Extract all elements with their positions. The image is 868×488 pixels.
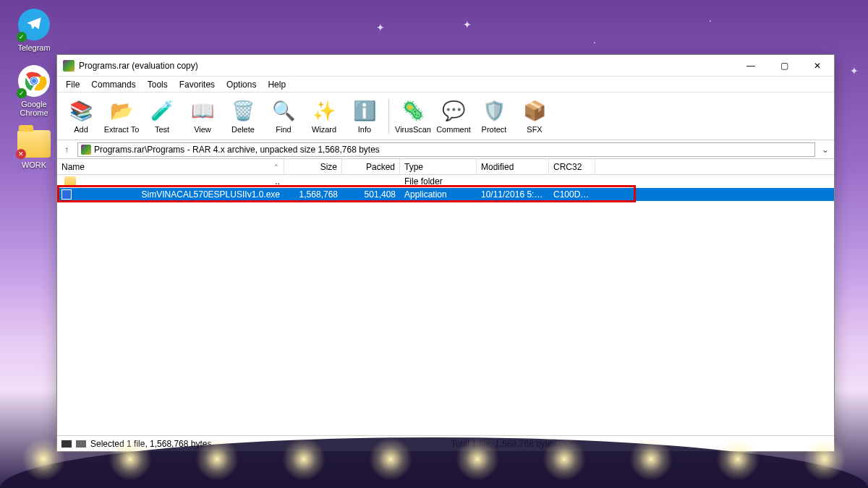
toolbar-label: Test	[155, 125, 169, 134]
desktop-icon-label: Google Chrome	[9, 100, 59, 117]
header-crc32[interactable]: CRC32	[549, 159, 595, 174]
toolbar-wizard-button[interactable]: ✨Wizard	[305, 95, 344, 138]
sync-ok-badge-icon: ✓	[17, 32, 27, 42]
status-icon	[61, 440, 72, 448]
sfx-icon: 📦	[522, 99, 547, 124]
desktop-icon-label: WORK	[22, 160, 46, 169]
toolbar-label: Wizard	[312, 125, 336, 134]
desktop-icon-telegram[interactable]: ✓ Telegram	[9, 9, 59, 52]
file-name: SimVINACAL570ESPLUSIIv1.0.exe	[142, 189, 280, 200]
svg-point-3	[32, 79, 36, 83]
titlebar[interactable]: Programs.rar (evaluation copy) — ▢ ✕	[57, 55, 834, 77]
toolbar-sfx-button[interactable]: 📦SFX	[515, 95, 554, 138]
toolbar-comment-button[interactable]: 💬Comment	[434, 95, 473, 138]
file-size: 1,568,768	[284, 189, 342, 200]
menu-file[interactable]: File	[60, 78, 85, 91]
file-name: ..	[275, 176, 280, 187]
up-one-level-button[interactable]: ↑	[60, 145, 73, 155]
winrar-window: Programs.rar (evaluation copy) — ▢ ✕ Fil…	[56, 54, 835, 452]
folder-up-icon	[64, 176, 76, 187]
status-bar: Selected 1 file, 1,568,768 bytes Total 1…	[57, 435, 834, 451]
file-list[interactable]: .. File folder SimVINACAL570ESPLUSIIv1.0…	[57, 175, 834, 435]
desktop-icon-work-folder[interactable]: ✕ WORK	[9, 130, 59, 169]
virus-icon: 🦠	[401, 99, 425, 124]
path-field[interactable]: Programs.rar\Programs - RAR 4.x archive,…	[77, 142, 815, 157]
sync-ok-badge-icon: ✓	[17, 88, 27, 98]
toolbar-find-button[interactable]: 🔍Find	[264, 95, 303, 138]
toolbar-extract-button[interactable]: 📂Extract To	[102, 95, 141, 138]
toolbar-info-button[interactable]: ℹ️Info	[345, 95, 384, 138]
toolbar-separator	[388, 99, 389, 134]
toolbar-label: Add	[74, 125, 88, 134]
winrar-app-icon	[63, 60, 75, 72]
desktop-icon-chrome[interactable]: ✓ Google Chrome	[9, 65, 59, 117]
window-title: Programs.rar (evaluation copy)	[79, 61, 734, 71]
file-packed: 501,408	[342, 189, 400, 200]
header-packed[interactable]: Packed	[342, 159, 400, 174]
toolbar-label: View	[194, 125, 211, 134]
sort-indicator-icon: ⌃	[273, 163, 279, 171]
toolbar-view-button[interactable]: 📖View	[183, 95, 222, 138]
menubar: File Commands Tools Favorites Options He…	[57, 77, 834, 93]
header-type[interactable]: Type	[400, 159, 477, 174]
close-button[interactable]: ✕	[801, 55, 834, 77]
file-type: Application	[400, 189, 477, 200]
find-icon: 🔍	[271, 99, 296, 124]
toolbar-delete-button[interactable]: 🗑️Delete	[224, 95, 263, 138]
menu-tools[interactable]: Tools	[142, 78, 174, 91]
menu-help[interactable]: Help	[262, 78, 292, 91]
wizard-icon: ✨	[312, 99, 336, 124]
protect-icon: 🛡️	[482, 99, 506, 124]
comment-icon: 💬	[441, 99, 466, 124]
test-icon: 🧪	[150, 99, 174, 124]
path-dropdown-button[interactable]: ⌄	[820, 145, 831, 155]
file-row[interactable]: SimVINACAL570ESPLUSIIv1.0.exe 1,568,768 …	[57, 188, 834, 201]
toolbar-label: SFX	[527, 125, 542, 134]
desktop-icons-column: ✓ Telegram ✓ Google Chrome ✕ WORK	[9, 9, 59, 182]
status-selected-text: Selected 1 file, 1,568,768 bytes	[90, 439, 211, 449]
toolbar-protect-button[interactable]: 🛡️Protect	[475, 95, 514, 138]
toolbar-label: Comment	[436, 125, 471, 134]
path-text: Programs.rar\Programs - RAR 4.x archive,…	[94, 145, 380, 155]
menu-options[interactable]: Options	[221, 78, 262, 91]
parent-folder-row[interactable]: .. File folder	[57, 175, 834, 188]
file-modified: 10/11/2016 5:1...	[477, 189, 549, 200]
sync-error-badge-icon: ✕	[16, 149, 26, 159]
toolbar: 📚Add 📂Extract To 🧪Test 📖View 🗑️Delete 🔍F…	[57, 93, 834, 140]
toolbar-label: Delete	[231, 125, 255, 134]
maximize-button[interactable]: ▢	[767, 55, 801, 77]
extract-icon: 📂	[109, 99, 134, 124]
archive-icon	[81, 145, 91, 155]
header-size[interactable]: Size	[284, 159, 342, 174]
view-icon: 📖	[190, 99, 215, 124]
toolbar-add-button[interactable]: 📚Add	[61, 95, 101, 138]
toolbar-label: Extract To	[104, 125, 140, 134]
file-type: File folder	[400, 176, 477, 187]
exe-icon	[61, 189, 72, 200]
toolbar-label: VirusScan	[395, 125, 431, 134]
toolbar-label: Info	[358, 125, 371, 134]
file-crc: C100D0FA	[549, 189, 595, 200]
desktop-icon-label: Telegram	[17, 43, 50, 52]
folder-icon: ✕	[17, 130, 51, 158]
menu-commands[interactable]: Commands	[85, 78, 141, 91]
status-total-text: Total 1 file, 1,568,768 bytes	[451, 439, 557, 449]
chrome-icon: ✓	[18, 65, 50, 97]
column-headers: Name⌃ Size Packed Type Modified CRC32	[57, 159, 834, 175]
telegram-icon: ✓	[18, 9, 50, 40]
toolbar-label: Find	[276, 125, 291, 134]
delete-icon: 🗑️	[231, 99, 255, 124]
toolbar-test-button[interactable]: 🧪Test	[142, 95, 182, 138]
header-name[interactable]: Name⌃	[57, 159, 284, 174]
minimize-button[interactable]: —	[734, 55, 767, 77]
add-icon: 📚	[69, 99, 93, 124]
toolbar-virusscan-button[interactable]: 🦠VirusScan	[393, 95, 433, 138]
info-icon: ℹ️	[352, 99, 377, 124]
header-modified[interactable]: Modified	[477, 159, 549, 174]
toolbar-label: Protect	[482, 125, 507, 134]
status-icon	[76, 440, 86, 448]
menu-favorites[interactable]: Favorites	[174, 78, 221, 91]
address-bar: ↑ Programs.rar\Programs - RAR 4.x archiv…	[57, 140, 834, 159]
